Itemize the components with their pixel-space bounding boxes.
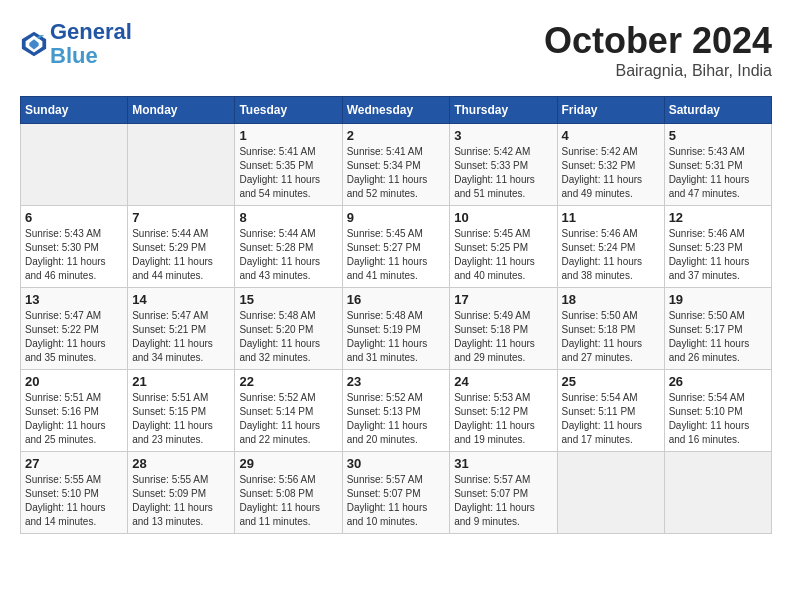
day-detail: Sunrise: 5:41 AMSunset: 5:34 PMDaylight:… [347, 145, 446, 201]
day-detail: Sunrise: 5:51 AMSunset: 5:15 PMDaylight:… [132, 391, 230, 447]
calendar-cell: 10Sunrise: 5:45 AMSunset: 5:25 PMDayligh… [450, 206, 557, 288]
calendar-cell: 11Sunrise: 5:46 AMSunset: 5:24 PMDayligh… [557, 206, 664, 288]
day-number: 22 [239, 374, 337, 389]
day-number: 18 [562, 292, 660, 307]
calendar-week-row: 13Sunrise: 5:47 AMSunset: 5:22 PMDayligh… [21, 288, 772, 370]
calendar-cell: 2Sunrise: 5:41 AMSunset: 5:34 PMDaylight… [342, 124, 450, 206]
day-number: 19 [669, 292, 767, 307]
day-number: 27 [25, 456, 123, 471]
day-number: 28 [132, 456, 230, 471]
calendar-cell: 9Sunrise: 5:45 AMSunset: 5:27 PMDaylight… [342, 206, 450, 288]
day-detail: Sunrise: 5:46 AMSunset: 5:23 PMDaylight:… [669, 227, 767, 283]
day-detail: Sunrise: 5:42 AMSunset: 5:32 PMDaylight:… [562, 145, 660, 201]
calendar-cell: 24Sunrise: 5:53 AMSunset: 5:12 PMDayligh… [450, 370, 557, 452]
weekday-header: Friday [557, 97, 664, 124]
day-number: 2 [347, 128, 446, 143]
calendar-cell: 23Sunrise: 5:52 AMSunset: 5:13 PMDayligh… [342, 370, 450, 452]
day-number: 31 [454, 456, 552, 471]
day-detail: Sunrise: 5:53 AMSunset: 5:12 PMDaylight:… [454, 391, 552, 447]
day-number: 3 [454, 128, 552, 143]
calendar-cell: 27Sunrise: 5:55 AMSunset: 5:10 PMDayligh… [21, 452, 128, 534]
calendar-cell: 4Sunrise: 5:42 AMSunset: 5:32 PMDaylight… [557, 124, 664, 206]
day-detail: Sunrise: 5:55 AMSunset: 5:10 PMDaylight:… [25, 473, 123, 529]
calendar-cell: 15Sunrise: 5:48 AMSunset: 5:20 PMDayligh… [235, 288, 342, 370]
day-detail: Sunrise: 5:52 AMSunset: 5:14 PMDaylight:… [239, 391, 337, 447]
calendar-cell: 7Sunrise: 5:44 AMSunset: 5:29 PMDaylight… [128, 206, 235, 288]
calendar-cell: 29Sunrise: 5:56 AMSunset: 5:08 PMDayligh… [235, 452, 342, 534]
page-header: GeneralBlue October 2024 Bairagnia, Biha… [20, 20, 772, 80]
day-number: 1 [239, 128, 337, 143]
calendar-cell: 12Sunrise: 5:46 AMSunset: 5:23 PMDayligh… [664, 206, 771, 288]
calendar-week-row: 20Sunrise: 5:51 AMSunset: 5:16 PMDayligh… [21, 370, 772, 452]
day-detail: Sunrise: 5:45 AMSunset: 5:25 PMDaylight:… [454, 227, 552, 283]
day-detail: Sunrise: 5:44 AMSunset: 5:29 PMDaylight:… [132, 227, 230, 283]
day-number: 16 [347, 292, 446, 307]
day-number: 9 [347, 210, 446, 225]
weekday-header: Sunday [21, 97, 128, 124]
day-detail: Sunrise: 5:45 AMSunset: 5:27 PMDaylight:… [347, 227, 446, 283]
calendar-cell: 22Sunrise: 5:52 AMSunset: 5:14 PMDayligh… [235, 370, 342, 452]
day-number: 13 [25, 292, 123, 307]
day-detail: Sunrise: 5:51 AMSunset: 5:16 PMDaylight:… [25, 391, 123, 447]
calendar-cell: 20Sunrise: 5:51 AMSunset: 5:16 PMDayligh… [21, 370, 128, 452]
calendar-cell: 3Sunrise: 5:42 AMSunset: 5:33 PMDaylight… [450, 124, 557, 206]
weekday-header: Monday [128, 97, 235, 124]
day-number: 11 [562, 210, 660, 225]
day-number: 12 [669, 210, 767, 225]
day-number: 6 [25, 210, 123, 225]
calendar-cell: 14Sunrise: 5:47 AMSunset: 5:21 PMDayligh… [128, 288, 235, 370]
logo-icon [20, 30, 48, 58]
calendar-cell: 26Sunrise: 5:54 AMSunset: 5:10 PMDayligh… [664, 370, 771, 452]
day-number: 25 [562, 374, 660, 389]
day-number: 23 [347, 374, 446, 389]
day-detail: Sunrise: 5:57 AMSunset: 5:07 PMDaylight:… [454, 473, 552, 529]
day-number: 4 [562, 128, 660, 143]
day-number: 14 [132, 292, 230, 307]
calendar-cell: 6Sunrise: 5:43 AMSunset: 5:30 PMDaylight… [21, 206, 128, 288]
calendar-cell: 8Sunrise: 5:44 AMSunset: 5:28 PMDaylight… [235, 206, 342, 288]
day-detail: Sunrise: 5:48 AMSunset: 5:20 PMDaylight:… [239, 309, 337, 365]
calendar-cell: 17Sunrise: 5:49 AMSunset: 5:18 PMDayligh… [450, 288, 557, 370]
calendar-cell: 13Sunrise: 5:47 AMSunset: 5:22 PMDayligh… [21, 288, 128, 370]
logo-text: GeneralBlue [50, 20, 132, 68]
day-number: 10 [454, 210, 552, 225]
day-number: 24 [454, 374, 552, 389]
location: Bairagnia, Bihar, India [544, 62, 772, 80]
calendar-cell [21, 124, 128, 206]
day-number: 30 [347, 456, 446, 471]
weekday-header-row: SundayMondayTuesdayWednesdayThursdayFrid… [21, 97, 772, 124]
day-detail: Sunrise: 5:54 AMSunset: 5:10 PMDaylight:… [669, 391, 767, 447]
calendar-cell [664, 452, 771, 534]
day-detail: Sunrise: 5:57 AMSunset: 5:07 PMDaylight:… [347, 473, 446, 529]
day-detail: Sunrise: 5:55 AMSunset: 5:09 PMDaylight:… [132, 473, 230, 529]
day-number: 21 [132, 374, 230, 389]
title-area: October 2024 Bairagnia, Bihar, India [544, 20, 772, 80]
calendar-week-row: 6Sunrise: 5:43 AMSunset: 5:30 PMDaylight… [21, 206, 772, 288]
calendar-cell: 28Sunrise: 5:55 AMSunset: 5:09 PMDayligh… [128, 452, 235, 534]
day-detail: Sunrise: 5:46 AMSunset: 5:24 PMDaylight:… [562, 227, 660, 283]
day-detail: Sunrise: 5:48 AMSunset: 5:19 PMDaylight:… [347, 309, 446, 365]
calendar-cell [557, 452, 664, 534]
logo: GeneralBlue [20, 20, 132, 68]
calendar-week-row: 27Sunrise: 5:55 AMSunset: 5:10 PMDayligh… [21, 452, 772, 534]
day-detail: Sunrise: 5:50 AMSunset: 5:17 PMDaylight:… [669, 309, 767, 365]
day-number: 7 [132, 210, 230, 225]
day-number: 20 [25, 374, 123, 389]
calendar-cell: 18Sunrise: 5:50 AMSunset: 5:18 PMDayligh… [557, 288, 664, 370]
day-detail: Sunrise: 5:52 AMSunset: 5:13 PMDaylight:… [347, 391, 446, 447]
day-number: 17 [454, 292, 552, 307]
day-detail: Sunrise: 5:43 AMSunset: 5:30 PMDaylight:… [25, 227, 123, 283]
day-detail: Sunrise: 5:43 AMSunset: 5:31 PMDaylight:… [669, 145, 767, 201]
day-detail: Sunrise: 5:54 AMSunset: 5:11 PMDaylight:… [562, 391, 660, 447]
day-detail: Sunrise: 5:49 AMSunset: 5:18 PMDaylight:… [454, 309, 552, 365]
day-number: 5 [669, 128, 767, 143]
day-detail: Sunrise: 5:47 AMSunset: 5:22 PMDaylight:… [25, 309, 123, 365]
month-title: October 2024 [544, 20, 772, 62]
day-number: 29 [239, 456, 337, 471]
day-detail: Sunrise: 5:56 AMSunset: 5:08 PMDaylight:… [239, 473, 337, 529]
weekday-header: Tuesday [235, 97, 342, 124]
day-detail: Sunrise: 5:44 AMSunset: 5:28 PMDaylight:… [239, 227, 337, 283]
calendar-cell: 25Sunrise: 5:54 AMSunset: 5:11 PMDayligh… [557, 370, 664, 452]
calendar-table: SundayMondayTuesdayWednesdayThursdayFrid… [20, 96, 772, 534]
weekday-header: Wednesday [342, 97, 450, 124]
